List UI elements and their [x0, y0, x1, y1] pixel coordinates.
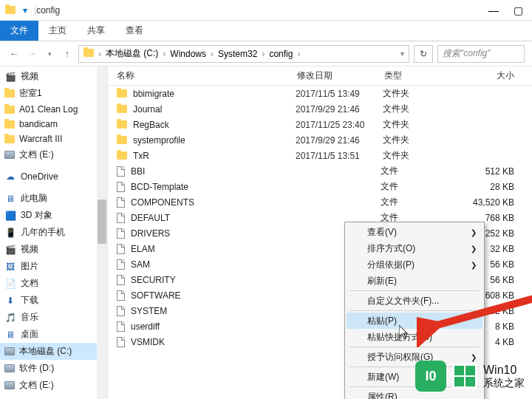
file-row[interactable]: TxR2017/11/5 13:51文件夹	[108, 148, 532, 163]
music-icon: 🎵	[4, 313, 16, 323]
folder-icon	[117, 89, 127, 98]
file-name: ELAM	[131, 244, 293, 254]
file-type: 文件夹	[383, 149, 442, 162]
sidebar-item-label: Warcraft III	[19, 134, 62, 144]
context-menu-item[interactable]: 自定义文件夹(F)...	[347, 293, 482, 309]
address-bar[interactable]: › 本地磁盘 (C:)› Windows› System32› config› …	[78, 45, 409, 63]
window-title: config	[36, 5, 60, 16]
sidebar-item-label: bandicam	[19, 119, 58, 129]
file-name: VSMIDK	[131, 337, 293, 347]
disk-icon	[4, 364, 15, 372]
search-input[interactable]: 搜索"config"	[437, 45, 525, 63]
context-menu-label: 自定义文件夹(F)...	[367, 295, 439, 307]
watermark-line1: Win10	[483, 364, 525, 377]
column-type[interactable]: 类型	[384, 69, 443, 82]
sidebar-item[interactable]: 🎬视频	[0, 241, 107, 258]
file-name: SAM	[131, 259, 293, 270]
file-date: 2017/11/5 13:51	[296, 151, 383, 161]
sidebar-item[interactable]: 🖥此电脑	[0, 190, 107, 207]
file-icon	[117, 213, 125, 223]
sidebar-item[interactable]: Warcraft III	[0, 132, 107, 146]
context-menu-item[interactable]: 粘贴(P)	[347, 313, 482, 329]
context-menu-item[interactable]: 刷新(E)	[347, 273, 482, 289]
ribbon-view-tab[interactable]: 查看	[115, 21, 154, 41]
sidebar-item[interactable]: 🎵音乐	[0, 309, 107, 326]
context-menu-item[interactable]: 排序方式(O)❯	[347, 240, 482, 256]
breadcrumb[interactable]: Windows	[170, 49, 206, 59]
address-dropdown-icon[interactable]: ▾	[400, 50, 404, 58]
breadcrumb[interactable]: System32	[218, 49, 257, 59]
file-row[interactable]: BCD-Template文件28 KB	[108, 179, 532, 194]
explorer-window: ▾ | config — ▢ 文件 主页 共享 查看 ← → ▾ ↑ › 本地磁…	[0, 0, 532, 399]
sidebar-item[interactable]: ⬇下载	[0, 292, 107, 309]
sidebar-item[interactable]: 📱几年的手机	[0, 224, 107, 241]
file-row[interactable]: COMPONENTS文件43,520 KB	[108, 194, 532, 210]
folder-icon	[4, 89, 15, 98]
file-name: DRIVERS	[131, 228, 293, 239]
maximize-button[interactable]: ▢	[514, 4, 523, 16]
3d-icon: 🟦	[4, 211, 16, 221]
submenu-arrow-icon: ❯	[471, 261, 477, 269]
file-row[interactable]: Journal2017/9/29 21:46文件夹	[108, 101, 532, 117]
minimize-button[interactable]: —	[488, 4, 499, 16]
column-date[interactable]: 修改日期	[297, 69, 384, 82]
file-row[interactable]: bbimigrate2017/11/5 13:49文件夹	[108, 86, 532, 101]
context-menu-label: 排序方式(O)	[367, 242, 415, 255]
refresh-button[interactable]: ↻	[414, 45, 433, 63]
sidebar-item[interactable]: 软件 (D:)	[0, 360, 107, 377]
sidebar-item[interactable]: 🎬视频	[0, 68, 107, 85]
back-button[interactable]: ←	[7, 48, 21, 59]
file-name: RegBack	[133, 120, 296, 130]
file-icon	[117, 244, 125, 254]
sidebar-item[interactable]: 📄文档	[0, 275, 107, 292]
column-size[interactable]: 大小	[443, 69, 532, 82]
sidebar-item[interactable]: ☁OneDrive	[0, 169, 107, 184]
sidebar-item[interactable]: 🖥桌面	[0, 326, 107, 343]
folder-icon	[117, 120, 127, 129]
file-row[interactable]: RegBack2017/11/25 23:40文件夹	[108, 117, 532, 132]
context-menu-item[interactable]: 分组依据(P)❯	[347, 256, 482, 273]
file-row[interactable]: BBI文件512 KB	[108, 163, 532, 179]
sidebar-item[interactable]: A01 Clean Log	[0, 102, 107, 117]
sidebar-item[interactable]: 本地磁盘 (C:)	[0, 343, 107, 360]
watermark-line2: 系统之家	[483, 377, 525, 389]
context-menu-item[interactable]: 查看(V)❯	[347, 224, 482, 240]
sidebar-scrollbar[interactable]	[97, 66, 107, 399]
forward-button[interactable]: →	[25, 48, 38, 59]
context-menu-label: 属性(R)	[367, 391, 398, 400]
sidebar: 🎬视频密室1A01 Clean LogbandicamWarcraft III文…	[0, 66, 108, 399]
ribbon-share-tab[interactable]: 共享	[77, 21, 115, 41]
column-name[interactable]: 名称	[117, 69, 297, 82]
file-list-pane: 名称 修改日期 类型 大小 bbimigrate2017/11/5 13:49文…	[108, 66, 532, 399]
file-name: BBI	[131, 166, 293, 177]
sidebar-item[interactable]: bandicam	[0, 117, 107, 132]
quick-access-icon[interactable]: ▾	[19, 4, 31, 16]
sidebar-item[interactable]: 🖼图片	[0, 258, 107, 275]
file-name: Journal	[133, 104, 296, 115]
file-name: SECURITY	[131, 275, 293, 285]
sidebar-item[interactable]: 🟦3D 对象	[0, 207, 107, 224]
breadcrumb[interactable]: config	[269, 49, 293, 59]
sidebar-item[interactable]: 文档 (E:)	[0, 377, 107, 394]
file-name: SOFTWARE	[131, 290, 293, 301]
file-name: userdiff	[131, 321, 293, 332]
sidebar-item[interactable]: 文档 (E:)	[0, 146, 107, 163]
folder-icon	[4, 120, 15, 129]
picture-icon: 🖼	[4, 262, 16, 272]
up-button[interactable]: ↑	[61, 48, 74, 59]
sidebar-item-label: 图片	[21, 260, 38, 273]
file-row[interactable]: systemprofile2017/9/29 21:46文件夹	[108, 132, 532, 148]
history-dropdown[interactable]: ▾	[43, 50, 56, 58]
context-menu-item[interactable]: 粘贴快捷方式(S)	[347, 329, 482, 345]
windows-logo-icon	[452, 364, 477, 389]
context-menu-separator	[349, 310, 480, 311]
ribbon-home-tab[interactable]: 主页	[38, 21, 77, 41]
breadcrumb[interactable]: 本地磁盘 (C:)	[106, 47, 158, 60]
file-icon	[117, 197, 125, 208]
watermark: I0 Win10 系统之家	[415, 361, 525, 392]
sidebar-item[interactable]: 密室1	[0, 85, 107, 102]
file-icon	[117, 166, 125, 177]
address-folder-icon	[83, 49, 94, 59]
ribbon-file-tab[interactable]: 文件	[0, 21, 38, 41]
sidebar-item-label: 此电脑	[21, 192, 47, 205]
